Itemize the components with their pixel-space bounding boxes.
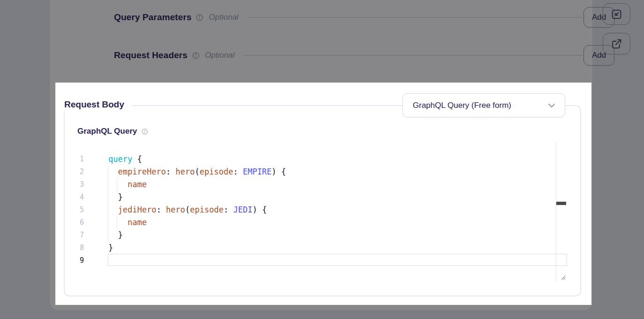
line-number: 8 (77, 242, 84, 254)
code-line[interactable]: empireHero: hero(episode: EMPIRE) { (108, 166, 567, 178)
code-line[interactable] (108, 254, 567, 267)
line-number: 4 (77, 191, 84, 204)
line-number: 7 (77, 229, 84, 242)
code-line[interactable]: } (108, 229, 567, 242)
line-number: 9 (77, 254, 84, 267)
body-type-select-value: GraphQL Query (Free form) (403, 101, 548, 110)
info-icon[interactable] (141, 128, 148, 135)
textarea-resize-handle[interactable] (559, 273, 566, 281)
line-number: 6 (77, 216, 84, 229)
code-line[interactable]: jediHero: hero(episode: JEDI) { (108, 204, 567, 216)
chevron-down-icon (548, 103, 555, 108)
code-line[interactable]: } (108, 242, 567, 254)
graphql-query-label: GraphQL Query (77, 127, 137, 136)
graphql-code-editor[interactable]: 123456789 query { empireHero: hero(episo… (77, 148, 575, 285)
graphql-query-label-row: GraphQL Query (77, 127, 148, 136)
code-line[interactable]: name (108, 178, 567, 191)
line-number: 3 (77, 178, 84, 191)
request-body-title: Request Body (64, 98, 132, 111)
code-line[interactable]: query { (108, 153, 567, 166)
line-number: 1 (77, 153, 84, 166)
code-line[interactable]: name (108, 216, 567, 229)
code-line[interactable]: } (108, 191, 567, 204)
editor-code[interactable]: query { empireHero: hero(episode: EMPIRE… (108, 153, 567, 267)
line-number: 2 (77, 166, 84, 178)
line-number: 5 (77, 204, 84, 216)
page: Query Parameters Optional Add Request He… (0, 0, 644, 319)
body-type-select[interactable]: GraphQL Query (Free form) (402, 93, 565, 117)
editor-gutter: 123456789 (77, 153, 84, 267)
request-body-modal: Request Body GraphQL Query (Free form) G… (55, 83, 591, 305)
